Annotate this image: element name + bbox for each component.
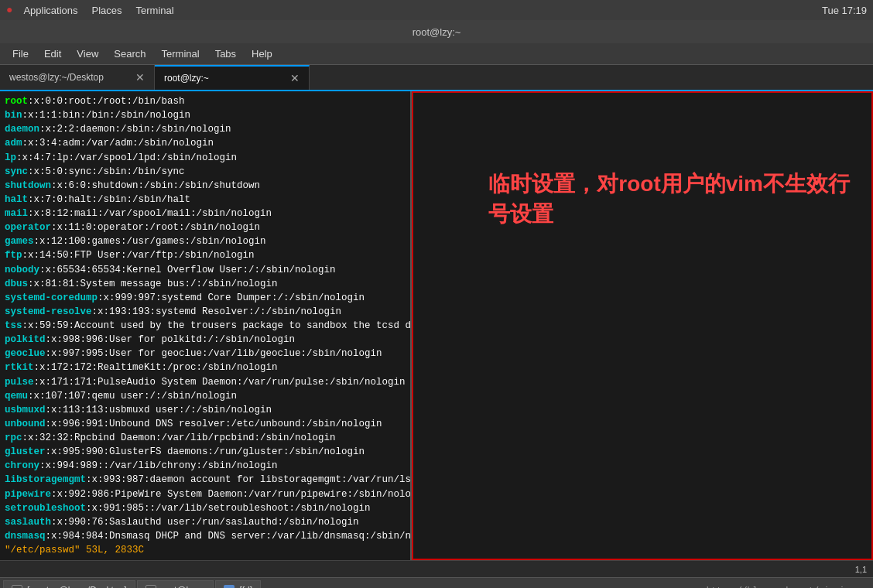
terminal-window: root@lzy:~ File Edit View Search Termina…	[0, 20, 873, 577]
terminal-line: qemu:x:107:107:qemu user:/:/sbin/nologin	[5, 389, 406, 403]
menu-tabs[interactable]: Tabs	[209, 46, 242, 61]
status-bar: 1,1	[0, 560, 873, 577]
terminal-line: operator:x:11:0:operator:/root:/sbin/nol…	[5, 220, 406, 234]
terminal-line: "/etc/passwd" 53L, 2833C	[5, 543, 406, 557]
menu-help[interactable]: Help	[245, 46, 279, 61]
terminal-line: bin:x:1:1:bin:/bin:/sbin/nologin	[5, 108, 406, 122]
terminal-line: nobody:x:65534:65534:Kernel Overflow Use…	[5, 263, 406, 277]
taskbar: [westos@lzy:~/Desktop] root@lzy:~ [fd] h…	[0, 577, 873, 588]
terminal-line: dnsmasq:x:984:984:Dnsmasq DHCP and DNS s…	[5, 529, 406, 543]
tab-root-label: root@lzy:~	[164, 73, 209, 84]
right-pane[interactable]: 临时设置，对root用户的vim不生效行 号设置	[410, 91, 873, 560]
menu-bar: File Edit View Search Terminal Tabs Help	[0, 43, 873, 65]
terminal-line: geoclue:x:997:995:User for geoclue:/var/…	[5, 347, 406, 361]
terminal-line: adm:x:3:4:adm:/var/adm:/sbin/nologin	[5, 136, 406, 150]
terminal-line: rpc:x:32:32:Rpcbind Daemon:/var/lib/rpcb…	[5, 431, 406, 445]
terminal-line: games:x:12:100:games:/usr/games:/sbin/no…	[5, 234, 406, 248]
terminal-line: chrony:x:994:989::/var/lib/chrony:/sbin/…	[5, 459, 406, 473]
apple-icon: ●	[6, 4, 12, 16]
annotation-text: 临时设置，对root用户的vim不生效行 号设置	[488, 169, 850, 229]
terminal-line: unbound:x:996:991:Unbound DNS resolver:/…	[5, 417, 406, 431]
terminal-line: usbmuxd:x:113:113:usbmuxd user:/:/sbin/n…	[5, 403, 406, 417]
terminal-line: pulse:x:171:171:PulseAudio System Daemon…	[5, 375, 406, 389]
taskbar-root-label: root@lzy:~	[161, 585, 206, 588]
taskbar-westos-label: [westos@lzy:~/Desktop]	[27, 585, 127, 588]
terminal-title-bar: root@lzy:~	[0, 20, 873, 43]
terminal-content: root:x:0:0:root:/root:/bin/bashbin:x:1:1…	[0, 91, 873, 560]
taskbar-westos-icon	[12, 585, 22, 588]
taskbar-fd-label: [fd]	[239, 585, 252, 588]
taskbar-url: https://blog.csdn.net/minmino...	[707, 586, 870, 588]
tab-root[interactable]: root@lzy:~ ✕	[155, 65, 310, 90]
terminal-line: gluster:x:995:990:GlusterFS daemons:/run…	[5, 445, 406, 459]
terminal-line: dbus:x:81:81:System message bus:/:/sbin/…	[5, 277, 406, 291]
terminal-line: pipewire:x:992:986:PipeWire System Daemo…	[5, 487, 406, 501]
menu-file[interactable]: File	[6, 46, 35, 61]
terminal-line: sync:x:5:0:sync:/sbin:/bin/sync	[5, 165, 406, 179]
terminal-line: daemon:x:2:2:daemon:/sbin:/sbin/nologin	[5, 122, 406, 136]
system-bar-left: ● Applications Places Terminal	[6, 3, 180, 18]
taskbar-root-icon	[146, 585, 156, 588]
tab-westos-label: westos@lzy:~/Desktop	[9, 72, 104, 83]
places-menu[interactable]: Places	[86, 3, 128, 18]
terminal-line: halt:x:7:0:halt:/sbin:/sbin/halt	[5, 193, 406, 207]
menu-search[interactable]: Search	[108, 46, 152, 61]
terminal-line: root:x:0:0:root:/root:/bin/bash	[5, 94, 406, 108]
taskbar-fd-icon	[224, 585, 235, 588]
menu-edit[interactable]: Edit	[38, 46, 67, 61]
applications-menu[interactable]: Applications	[17, 3, 84, 18]
terminal-line: polkitd:x:998:996:User for polkitd:/:/sb…	[5, 333, 406, 347]
tabs-bar: westos@lzy:~/Desktop ✕ root@lzy:~ ✕	[0, 65, 873, 91]
terminal-line: tss:x:59:59:Account used by the trousers…	[5, 319, 406, 333]
terminal-line: lp:x:4:7:lp:/var/spool/lpd:/sbin/nologin	[5, 151, 406, 165]
terminal-line: setroubleshoot:x:991:985::/var/lib/setro…	[5, 501, 406, 515]
terminal-menu[interactable]: Terminal	[130, 3, 180, 18]
active-pane-border	[412, 91, 873, 560]
status-right: 1,1	[855, 565, 867, 574]
system-bar: ● Applications Places Terminal Tue 17:19	[0, 0, 873, 20]
menu-terminal[interactable]: Terminal	[156, 46, 206, 61]
terminal-line: ftp:x:14:50:FTP User:/var/ftp:/sbin/nolo…	[5, 248, 406, 262]
terminal-title: root@lzy:~	[413, 26, 461, 38]
left-pane[interactable]: root:x:0:0:root:/root:/bin/bashbin:x:1:1…	[0, 91, 410, 560]
tab-westos[interactable]: westos@lzy:~/Desktop ✕	[0, 65, 155, 90]
tab-root-close[interactable]: ✕	[290, 72, 300, 84]
terminal-line: systemd-coredump:x:999:997:systemd Core …	[5, 291, 406, 305]
terminal-line: mail:x:8:12:mail:/var/spool/mail:/sbin/n…	[5, 207, 406, 220]
terminal-line: rtkit:x:172:172:RealtimeKit:/proc:/sbin/…	[5, 361, 406, 374]
terminal-line: shutdown:x:6:0:shutdown:/sbin:/sbin/shut…	[5, 179, 406, 193]
menu-view[interactable]: View	[70, 46, 104, 61]
tab-westos-close[interactable]: ✕	[135, 71, 145, 84]
taskbar-westos[interactable]: [westos@lzy:~/Desktop]	[3, 580, 135, 588]
terminal-line: libstoragemgmt:x:993:987:daemon account …	[5, 473, 406, 487]
terminal-line: systemd-resolve:x:193:193:systemd Resolv…	[5, 305, 406, 319]
terminal-line: saslauth:x:990:76:Saslauthd user:/run/sa…	[5, 515, 406, 529]
taskbar-root[interactable]: root@lzy:~	[137, 580, 214, 588]
system-time: Tue 17:19	[822, 5, 867, 16]
taskbar-fd[interactable]: [fd]	[215, 580, 261, 588]
